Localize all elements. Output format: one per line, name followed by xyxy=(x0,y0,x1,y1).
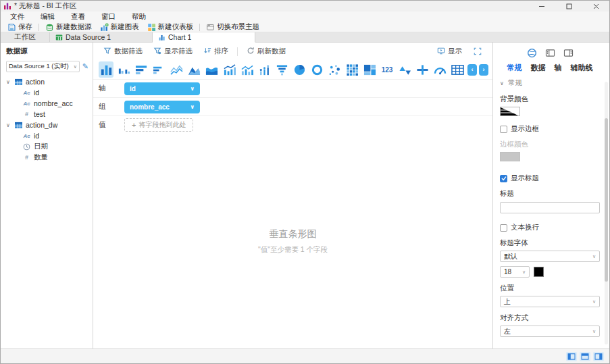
tree-field-test[interactable]: #test xyxy=(6,109,93,120)
fullscreen-icon[interactable] xyxy=(474,47,482,55)
settings-tab-数据[interactable]: 数据 xyxy=(531,63,546,73)
chart-type-treemap-icon[interactable] xyxy=(362,61,377,78)
menu-item-4[interactable]: 帮助 xyxy=(124,11,154,22)
chart-type-horizontal-bar-icon[interactable] xyxy=(134,61,149,78)
position-select[interactable]: 上 ∨ xyxy=(500,296,600,307)
chart-type-bar-line-combo-alt-icon[interactable] xyxy=(239,61,254,78)
font-color-swatch[interactable] xyxy=(534,267,544,277)
group-binding-row: 组 nombre_acc ∨ xyxy=(93,97,492,115)
menu-bar: 文件编辑查看窗口帮助 xyxy=(1,11,609,22)
general-section-header[interactable]: ∨ 常规 xyxy=(500,78,600,88)
menu-item-0[interactable]: 文件 xyxy=(2,11,32,22)
display-filter-button[interactable]: 显示筛选 xyxy=(149,45,197,57)
menu-item-1[interactable]: 编辑 xyxy=(32,11,63,22)
show-button[interactable]: 显示 xyxy=(432,45,467,57)
tab-chart-1[interactable]: Chart 1 xyxy=(153,32,255,43)
tab-data-source-1[interactable]: Data Source 1 xyxy=(50,32,153,42)
text-wrap-checkbox[interactable]: 文本换行 xyxy=(500,223,600,232)
panel-middle-toggle-icon[interactable] xyxy=(580,352,590,361)
datasource-panel: 数据源 Data Source 1 (实时) ∨ ✎ ∨actionAcidAc… xyxy=(1,43,93,348)
dock-layout-right-icon[interactable] xyxy=(563,49,574,57)
tree-field-nombre_acc[interactable]: Acnombre_acc xyxy=(6,98,93,109)
checkbox-unchecked-icon xyxy=(500,126,507,133)
chevron-down-icon: ∨ xyxy=(190,104,195,110)
show-title-checkbox[interactable]: 显示标题 xyxy=(500,174,600,183)
chart-type-bar-line-combo-icon[interactable] xyxy=(222,61,236,78)
chart-type-area-icon[interactable] xyxy=(186,61,201,78)
plus-icon: + xyxy=(132,121,136,129)
maximize-icon[interactable] xyxy=(555,1,582,11)
empty-state-title: 垂直条形图 xyxy=(270,228,317,240)
chart-type-stacked-horizontal-bar-icon[interactable] xyxy=(151,61,166,78)
background-color-swatch[interactable] xyxy=(500,107,520,116)
scroll-right-icon[interactable]: › xyxy=(479,64,488,76)
menu-item-2[interactable]: 查看 xyxy=(63,11,93,22)
minimize-icon[interactable] xyxy=(528,1,555,11)
settings-scrollbar[interactable] xyxy=(605,82,608,344)
datasource-tree: ∨actionAcidAcnombre_acc#test∨action_dwAc… xyxy=(6,76,93,163)
new-datasource-button[interactable]: 新建数据源 xyxy=(41,22,96,32)
display-icon xyxy=(437,47,445,56)
data-filter-button[interactable]: 数据筛选 xyxy=(99,45,147,57)
refresh-data-button[interactable]: 刷新数据 xyxy=(242,45,290,57)
tree-table-action_dw[interactable]: ∨action_dw xyxy=(6,120,93,130)
chart-type-numeric-icon[interactable]: 123 xyxy=(380,61,395,78)
show-border-checkbox[interactable]: 显示边框 xyxy=(500,124,600,134)
chart-type-table-icon[interactable] xyxy=(450,61,465,78)
chart-type-smooth-area-icon[interactable] xyxy=(204,61,219,78)
chart-type-lollipop-icon[interactable] xyxy=(257,61,272,78)
chevron-down-icon: ∨ xyxy=(592,299,596,305)
chart-type-funnel-icon[interactable] xyxy=(274,61,289,78)
settings-tab-轴[interactable]: 轴 xyxy=(555,63,562,73)
tab-工作区[interactable]: 工作区 xyxy=(1,32,50,42)
axis-label: 轴 xyxy=(99,84,124,93)
datasource-selector[interactable]: Data Source 1 (实时) ∨ xyxy=(6,61,80,72)
title-font-label: 标题字体 xyxy=(500,238,600,248)
chart-type-line-icon[interactable] xyxy=(169,61,184,78)
tree-table-action[interactable]: ∨action xyxy=(6,76,93,87)
panel-right-toggle-icon[interactable] xyxy=(593,352,604,361)
chart-type-grouped-bar-icon[interactable] xyxy=(116,61,131,78)
scroll-left-icon[interactable]: ‹ xyxy=(467,64,477,76)
alignment-select[interactable]: 左 ∨ xyxy=(500,326,600,337)
chart-type-scatter-icon[interactable] xyxy=(327,61,342,78)
chevron-down-icon: ∨ xyxy=(500,80,505,86)
value-binding-row: 值 + 将字段拖到此处 xyxy=(93,115,492,134)
font-family-select[interactable]: 默认 ∨ xyxy=(500,251,600,262)
pencil-icon[interactable]: ✎ xyxy=(82,63,88,70)
panel-left-toggle-icon[interactable] xyxy=(566,352,577,361)
settings-tab-辅助线[interactable]: 辅助线 xyxy=(571,63,593,73)
chart-type-triangle-updown-icon[interactable] xyxy=(397,61,412,78)
chart-type-heatmap-icon[interactable] xyxy=(345,61,359,78)
save-button[interactable]: 保存 xyxy=(3,22,36,32)
chart-type-donut-icon[interactable] xyxy=(309,61,324,78)
empty-state-subtitle: "值"至少需要 1 个字段 xyxy=(258,245,328,255)
title-input[interactable] xyxy=(500,202,600,213)
font-size-select[interactable]: 18 ∨ xyxy=(500,266,530,278)
chart-type-gauge-icon[interactable] xyxy=(432,61,447,78)
menu-item-3[interactable]: 窗口 xyxy=(93,11,124,22)
chart-type-pie-icon[interactable] xyxy=(292,61,307,78)
switch-theme-button[interactable]: 切换布景主题 xyxy=(202,22,263,32)
tree-field-id[interactable]: Acid xyxy=(6,130,93,141)
chart-type-crosstab-icon[interactable] xyxy=(415,61,430,78)
sort-button[interactable]: 排序 xyxy=(199,45,233,57)
new-dashboard-button[interactable]: 新建仪表板 xyxy=(143,22,198,32)
title-label: 标题 xyxy=(500,189,600,199)
group-field-chip[interactable]: nombre_acc ∨ xyxy=(124,101,200,113)
tree-field-数量[interactable]: #数量 xyxy=(6,152,93,163)
number-field-icon: # xyxy=(22,154,31,161)
tree-field-id[interactable]: Acid xyxy=(6,87,93,98)
axis-field-chip[interactable]: id ∨ xyxy=(124,82,200,95)
chart-type-vertical-bar-icon[interactable] xyxy=(99,61,113,78)
funnel-icon xyxy=(153,47,161,56)
settings-tab-常规[interactable]: 常规 xyxy=(507,63,522,73)
funnel-icon xyxy=(103,47,111,56)
theme-ball-icon[interactable] xyxy=(527,48,537,58)
value-drop-zone[interactable]: + 将字段拖到此处 xyxy=(124,118,193,132)
tree-field-日期[interactable]: 日期 xyxy=(6,141,93,152)
new-chart-button[interactable]: 新建图表 xyxy=(96,22,143,32)
border-color-label: 边框颜色 xyxy=(500,140,600,149)
dock-layout-icon[interactable] xyxy=(545,49,555,57)
close-icon[interactable] xyxy=(582,1,609,11)
